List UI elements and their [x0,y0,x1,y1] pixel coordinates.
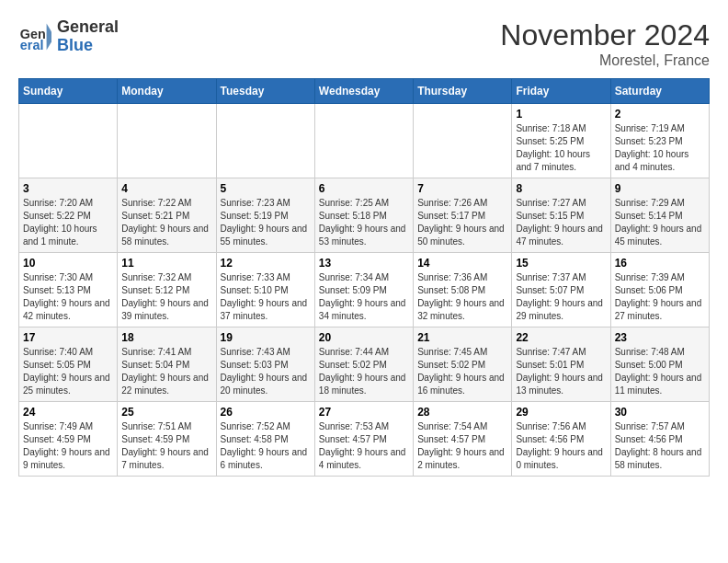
day-info: Sunrise: 7:44 AM Sunset: 5:02 PM Dayligh… [319,346,409,397]
svg-text:eral: eral [20,38,44,52]
calendar-table: SundayMondayTuesdayWednesdayThursdayFrid… [18,78,710,477]
day-info: Sunrise: 7:25 AM Sunset: 5:18 PM Dayligh… [319,197,409,248]
calendar-day-cell: 22Sunrise: 7:47 AM Sunset: 5:01 PM Dayli… [512,327,610,402]
day-info: Sunrise: 7:34 AM Sunset: 5:09 PM Dayligh… [319,271,409,323]
day-number: 8 [516,182,606,195]
day-number: 18 [121,331,211,344]
day-number: 4 [121,182,211,195]
logo-text: General Blue [57,18,119,55]
day-info: Sunrise: 7:54 AM Sunset: 4:57 PM Dayligh… [417,420,507,472]
weekday-header: Tuesday [216,79,314,104]
day-info: Sunrise: 7:52 AM Sunset: 4:58 PM Dayligh… [221,420,311,472]
day-info: Sunrise: 7:49 AM Sunset: 4:59 PM Dayligh… [23,420,113,472]
weekday-header: Thursday [414,79,512,104]
day-number: 19 [221,331,311,344]
day-number: 10 [23,257,113,270]
calendar-day-cell: 26Sunrise: 7:52 AM Sunset: 4:58 PM Dayli… [216,402,314,477]
day-info: Sunrise: 7:39 AM Sunset: 5:06 PM Dayligh… [615,271,705,323]
day-info: Sunrise: 7:22 AM Sunset: 5:21 PM Dayligh… [121,197,211,248]
day-number: 3 [23,182,113,195]
calendar-day-cell: 1Sunrise: 7:18 AM Sunset: 5:25 PM Daylig… [512,104,610,178]
calendar-day-cell: 21Sunrise: 7:45 AM Sunset: 5:02 PM Dayli… [414,327,512,402]
day-number: 23 [615,331,705,344]
month-title: November 2024 [500,18,710,52]
day-info: Sunrise: 7:47 AM Sunset: 5:01 PM Dayligh… [516,346,606,397]
calendar-day-cell: 19Sunrise: 7:43 AM Sunset: 5:03 PM Dayli… [216,327,314,402]
day-number: 20 [319,331,409,344]
page-header: Gen eral General Blue November 2024 More… [18,18,710,69]
calendar-day-cell: 30Sunrise: 7:57 AM Sunset: 4:56 PM Dayli… [610,402,709,477]
calendar-day-cell: 9Sunrise: 7:29 AM Sunset: 5:14 PM Daylig… [610,178,709,253]
day-number: 28 [417,406,507,419]
svg-marker-3 [47,23,51,50]
day-number: 14 [417,257,507,270]
day-info: Sunrise: 7:32 AM Sunset: 5:12 PM Dayligh… [121,271,211,323]
day-number: 16 [615,257,705,270]
day-number: 5 [221,182,311,195]
day-number: 9 [615,182,705,195]
day-info: Sunrise: 7:27 AM Sunset: 5:15 PM Dayligh… [516,197,606,248]
day-number: 13 [319,257,409,270]
day-number: 30 [615,406,705,419]
day-info: Sunrise: 7:48 AM Sunset: 5:00 PM Dayligh… [615,346,705,397]
day-info: Sunrise: 7:53 AM Sunset: 4:57 PM Dayligh… [319,420,409,472]
calendar-day-cell: 14Sunrise: 7:36 AM Sunset: 5:08 PM Dayli… [414,253,512,327]
calendar-day-cell: 16Sunrise: 7:39 AM Sunset: 5:06 PM Dayli… [610,253,709,327]
empty-day-cell [118,104,216,178]
day-info: Sunrise: 7:19 AM Sunset: 5:23 PM Dayligh… [615,122,705,174]
day-number: 27 [319,406,409,419]
calendar-day-cell: 20Sunrise: 7:44 AM Sunset: 5:02 PM Dayli… [314,327,413,402]
day-info: Sunrise: 7:23 AM Sunset: 5:19 PM Dayligh… [221,197,311,248]
calendar-day-cell: 15Sunrise: 7:37 AM Sunset: 5:07 PM Dayli… [512,253,610,327]
calendar-header: SundayMondayTuesdayWednesdayThursdayFrid… [19,79,710,104]
day-number: 26 [221,406,311,419]
day-info: Sunrise: 7:43 AM Sunset: 5:03 PM Dayligh… [221,346,311,397]
logo: Gen eral General Blue [18,18,119,55]
weekday-header: Saturday [610,79,709,104]
day-info: Sunrise: 7:18 AM Sunset: 5:25 PM Dayligh… [516,122,606,174]
day-info: Sunrise: 7:57 AM Sunset: 4:56 PM Dayligh… [615,420,705,472]
calendar-day-cell: 27Sunrise: 7:53 AM Sunset: 4:57 PM Dayli… [314,402,413,477]
calendar-day-cell: 10Sunrise: 7:30 AM Sunset: 5:13 PM Dayli… [19,253,118,327]
day-number: 15 [516,257,606,270]
day-number: 7 [417,182,507,195]
day-info: Sunrise: 7:33 AM Sunset: 5:10 PM Dayligh… [221,271,311,323]
day-info: Sunrise: 7:20 AM Sunset: 5:22 PM Dayligh… [23,197,113,248]
day-info: Sunrise: 7:45 AM Sunset: 5:02 PM Dayligh… [417,346,507,397]
calendar-day-cell: 4Sunrise: 7:22 AM Sunset: 5:21 PM Daylig… [118,178,216,253]
logo-line2: Blue [57,37,119,55]
calendar-day-cell: 5Sunrise: 7:23 AM Sunset: 5:19 PM Daylig… [216,178,314,253]
day-info: Sunrise: 7:29 AM Sunset: 5:14 PM Dayligh… [615,197,705,248]
weekday-header: Monday [118,79,216,104]
day-number: 12 [221,257,311,270]
day-number: 17 [23,331,113,344]
calendar-day-cell: 18Sunrise: 7:41 AM Sunset: 5:04 PM Dayli… [118,327,216,402]
day-info: Sunrise: 7:37 AM Sunset: 5:07 PM Dayligh… [516,271,606,323]
calendar-day-cell: 28Sunrise: 7:54 AM Sunset: 4:57 PM Dayli… [414,402,512,477]
day-info: Sunrise: 7:56 AM Sunset: 4:56 PM Dayligh… [516,420,606,472]
weekday-header: Wednesday [314,79,413,104]
day-info: Sunrise: 7:30 AM Sunset: 5:13 PM Dayligh… [23,271,113,323]
day-info: Sunrise: 7:51 AM Sunset: 4:59 PM Dayligh… [121,420,211,472]
calendar-day-cell: 3Sunrise: 7:20 AM Sunset: 5:22 PM Daylig… [19,178,118,253]
calendar-day-cell: 24Sunrise: 7:49 AM Sunset: 4:59 PM Dayli… [19,402,118,477]
calendar-day-cell: 2Sunrise: 7:19 AM Sunset: 5:23 PM Daylig… [610,104,709,178]
day-info: Sunrise: 7:36 AM Sunset: 5:08 PM Dayligh… [417,271,507,323]
calendar-day-cell: 11Sunrise: 7:32 AM Sunset: 5:12 PM Dayli… [118,253,216,327]
day-number: 25 [121,406,211,419]
calendar-day-cell: 25Sunrise: 7:51 AM Sunset: 4:59 PM Dayli… [118,402,216,477]
day-number: 24 [23,406,113,419]
day-info: Sunrise: 7:26 AM Sunset: 5:17 PM Dayligh… [417,197,507,248]
weekday-header: Friday [512,79,610,104]
calendar-day-cell: 8Sunrise: 7:27 AM Sunset: 5:15 PM Daylig… [512,178,610,253]
calendar-day-cell: 6Sunrise: 7:25 AM Sunset: 5:18 PM Daylig… [314,178,413,253]
day-number: 22 [516,331,606,344]
calendar-day-cell: 7Sunrise: 7:26 AM Sunset: 5:17 PM Daylig… [414,178,512,253]
logo-line1: General [57,18,119,37]
weekday-header: Sunday [19,79,118,104]
empty-day-cell [314,104,413,178]
calendar-day-cell: 13Sunrise: 7:34 AM Sunset: 5:09 PM Dayli… [314,253,413,327]
calendar-day-cell: 12Sunrise: 7:33 AM Sunset: 5:10 PM Dayli… [216,253,314,327]
day-number: 11 [121,257,211,270]
logo-icon: Gen eral [18,20,51,53]
